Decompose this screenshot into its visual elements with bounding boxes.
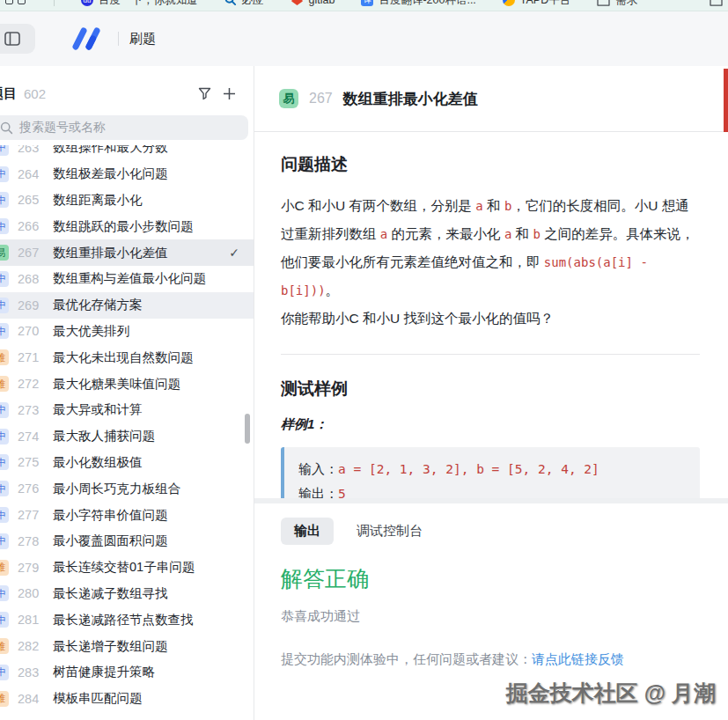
problem-list-item-275[interactable]: 中275最小化数组极值	[0, 450, 254, 476]
inline-code: a	[475, 199, 482, 213]
difficulty-badge: 易	[279, 89, 298, 108]
difficulty-badge: 中	[0, 665, 9, 680]
output-label: 输出：	[298, 486, 338, 498]
problem-list-item-264[interactable]: 中264数组极差最小化问题	[0, 161, 254, 187]
bookmark-label: 需求	[615, 0, 637, 8]
problem-number: 280	[18, 586, 49, 600]
problem-count: 602	[24, 86, 192, 101]
problem-title: 最长连续交替01子串问题	[53, 559, 245, 576]
problem-list-item-273[interactable]: 中273最大异或和计算	[0, 397, 254, 423]
inline-code: a	[380, 227, 387, 241]
problem-list-item-279[interactable]: 难279最长连续交替01子串问题	[0, 555, 254, 581]
difficulty-badge: 难	[0, 349, 9, 365]
problem-title: 最小字符串价值问题	[53, 507, 245, 524]
problem-list-item-268[interactable]: 中268数组重构与差值最小化问题	[0, 266, 254, 292]
problem-list-item-271[interactable]: 难271最大化未出现自然数问题	[0, 344, 254, 371]
bookmark-item[interactable]: 必应	[224, 0, 264, 8]
feedback-link[interactable]: 请点此链接反馈	[532, 651, 624, 666]
difficulty-badge: 中	[0, 192, 9, 208]
difficulty-badge: 中	[0, 612, 9, 628]
problem-number: 267	[18, 246, 49, 260]
bookmark-item[interactable]	[710, 0, 723, 6]
app-logo-icon[interactable]	[69, 27, 106, 50]
sidebar-toggle-button[interactable]	[0, 24, 35, 54]
add-problem-button[interactable]	[217, 81, 241, 106]
problem-list-item-277[interactable]: 中277最小字符串价值问题	[0, 502, 254, 528]
problem-list-item-281[interactable]: 中281最长递减路径节点数查找	[0, 606, 254, 633]
problem-list-item-265[interactable]: 中265数组距离最小化	[0, 187, 254, 214]
search-icon	[0, 121, 13, 135]
problem-title: 最长递减路径节点数查找	[53, 612, 245, 628]
problem-list-item-272[interactable]: 难272最大化糖果美味值问题	[0, 371, 254, 397]
example-code-block: 输入：a = [2, 1, 3, 2], b = [5, 2, 4, 2] 输出…	[281, 447, 700, 498]
bookmark-label: 百度一下，你就知道	[99, 0, 198, 8]
problem-list-item-274[interactable]: 中274最大敌人捕获问题	[0, 423, 254, 450]
red-marker-strip	[724, 69, 728, 132]
difficulty-badge: 中	[0, 533, 9, 549]
problem-title-bar: 易 267 数组重排最小化差值	[254, 66, 728, 132]
bookmark-item[interactable]: 译百度翻译-200种语...	[361, 0, 475, 8]
problem-description-panel: 问题描述 小C 和小U 有两个数组，分别是 a 和 b，它们的长度相同。小U 想…	[254, 132, 728, 498]
filter-button[interactable]	[192, 81, 217, 106]
problem-title: 最小周长巧克力板组合	[53, 481, 245, 497]
baidu-translate-icon: 译	[361, 0, 373, 6]
plus-icon	[223, 87, 236, 100]
problem-title: 最长递减子数组寻找	[53, 585, 245, 602]
problem-list-item-267[interactable]: 易267数组重排最小化差值✓	[0, 239, 254, 266]
difficulty-badge: 难	[0, 691, 9, 707]
bookmark-label: 百度翻译-200种语...	[379, 0, 475, 8]
tab-debug-console[interactable]: 调试控制台	[357, 523, 423, 540]
bookmark-item[interactable]: TAPD平台	[503, 0, 570, 8]
problem-list-item-270[interactable]: 中270最大优美排列	[0, 319, 254, 345]
description-heading: 问题描述	[281, 153, 700, 176]
example-output-line: 输出：5	[298, 481, 686, 498]
problem-list-item-284[interactable]: 难284模板串匹配问题	[0, 686, 254, 712]
search-input[interactable]: 搜索题号或名称	[0, 115, 248, 140]
problem-title: 最大优美排列	[53, 323, 245, 340]
problem-sidebar: 题目 602 搜索题号或名称 中263数组操作和最大分数中264数组极差最小化问…	[0, 66, 254, 720]
divider	[281, 354, 700, 355]
divider	[118, 32, 119, 46]
difficulty-badge: 中	[0, 507, 9, 523]
problem-number: 276	[18, 481, 49, 496]
difficulty-badge: 难	[0, 560, 9, 576]
window-controls[interactable]	[5, 0, 26, 4]
result-message: 恭喜成功通过	[281, 608, 702, 625]
problem-title: 数组重构与差值最小化问题	[53, 270, 245, 287]
problem-list-item-283[interactable]: 中283树苗健康提升策略	[0, 659, 254, 686]
bookmark-item[interactable]: 需求	[597, 0, 637, 8]
gitlab-fox-icon	[290, 0, 304, 6]
problem-number: 274	[18, 430, 49, 444]
problem-number: 277	[18, 508, 49, 522]
problem-title: 数组距离最小化	[53, 192, 245, 209]
scrollbar-thumb[interactable]	[245, 414, 250, 444]
problem-number: 275	[18, 455, 49, 469]
app-title: 刷题	[129, 31, 156, 48]
feedback-row: 提交功能内测体验中，任何问题或者建议：请点此链接反馈	[281, 651, 702, 668]
baidu-icon: du	[81, 0, 93, 6]
search-placeholder: 搜索题号或名称	[19, 120, 106, 136]
problem-number: 269	[18, 298, 49, 312]
bookmark-item[interactable]: du百度一下，你就知道	[81, 0, 198, 8]
problem-list-item-282[interactable]: 难282最长递增子数组问题	[0, 633, 254, 659]
problem-list-item-263[interactable]: 中263数组操作和最大分数	[0, 145, 254, 161]
square-icon	[18, 0, 26, 4]
bookmark-item[interactable]: gitlab	[290, 0, 335, 6]
problem-title: 最小化数组极值	[53, 454, 245, 471]
description-text: 和	[483, 198, 504, 213]
difficulty-badge: 中	[0, 298, 9, 313]
problem-list-item-276[interactable]: 中276最小周长巧克力板组合	[0, 475, 254, 502]
result-status: 解答正确	[281, 564, 702, 593]
problem-list-item-269[interactable]: 中269最优化存储方案	[0, 292, 254, 319]
input-label: 输入：	[298, 461, 338, 476]
problem-list-item-266[interactable]: 中266数组跳跃的最小步数问题	[0, 213, 254, 239]
problem-title: 最大化未出现自然数问题	[53, 349, 245, 366]
watermark: 掘金技术社区 @ 月潮	[506, 679, 716, 708]
problem-number: 278	[18, 534, 49, 548]
tab-output[interactable]: 输出	[281, 518, 334, 545]
problem-list-item-280[interactable]: 中280最长递减子数组寻找	[0, 581, 254, 607]
problem-title: 最长递增子数组问题	[53, 638, 245, 655]
problem-number: 268	[18, 272, 49, 286]
problem-list-item-278[interactable]: 中278最小覆盖圆面积问题	[0, 528, 254, 555]
problem-number: 264	[18, 167, 49, 181]
